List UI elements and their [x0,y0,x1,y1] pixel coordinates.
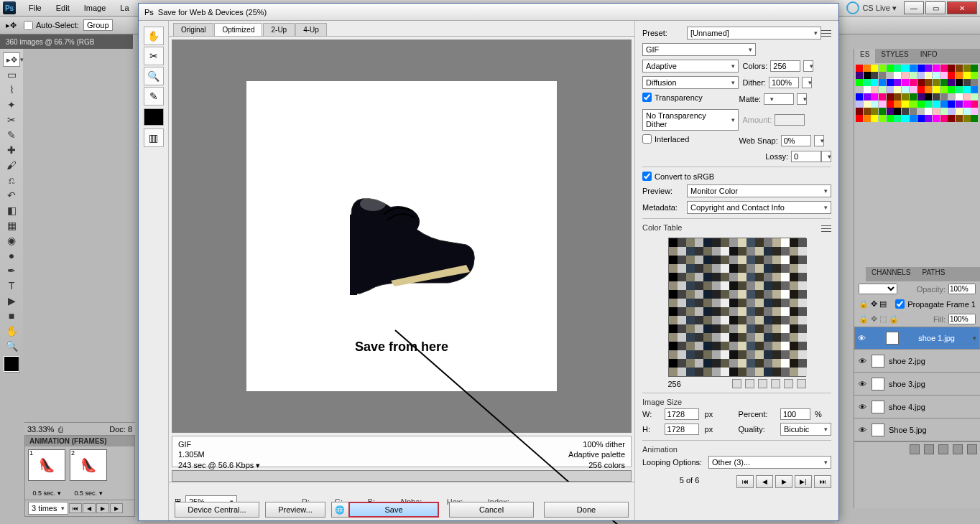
color-table[interactable] [668,238,806,377]
looping-dropdown[interactable]: Other (3)... [708,456,831,469]
slice-visibility-icon[interactable]: ▥ [144,128,164,147]
next-frame-button[interactable]: ▶| [795,475,812,488]
height-input[interactable] [665,424,699,435]
tab-2up[interactable]: 2-Up [263,23,295,36]
history-tool[interactable]: ↶ [3,188,20,202]
healing-tool[interactable]: ✚ [3,143,20,157]
new-layer-icon[interactable] [953,444,963,454]
animation-frame[interactable]: 👠 1 0.5 sec. ▾ [28,449,65,497]
mask-icon[interactable] [924,444,934,454]
dither-input[interactable] [769,77,799,88]
layer-item[interactable]: 👁shoe 2.jpg [854,350,980,373]
websnap-stepper[interactable] [814,135,824,146]
canvas-zoom[interactable]: 33.33% [27,425,54,434]
anim-prev[interactable]: ◀ [83,503,96,513]
first-frame-button[interactable]: ⏮ [736,475,754,488]
preview-dropdown[interactable]: Monitor Color [687,184,831,197]
gradient-tool[interactable]: ▦ [3,218,20,233]
matte-dropdown[interactable] [764,93,794,105]
menu-edit[interactable]: Edit [49,4,77,12]
ct-lock-icon[interactable] [771,379,780,388]
auto-select-checkbox[interactable] [24,21,33,30]
preset-flyout-icon[interactable] [821,29,831,37]
path-tool[interactable]: ▶ [3,294,20,308]
dither-stepper[interactable] [802,77,812,88]
eraser-tool[interactable]: ◧ [3,203,20,217]
brush-tool[interactable]: 🖌 [3,158,20,172]
colortable-flyout-icon[interactable] [821,225,831,233]
ct-icon[interactable] [758,379,767,388]
eyedropper-tool[interactable]: ✎ [3,128,20,142]
slice-tool-icon[interactable]: ✂ [144,47,164,65]
dialog-titlebar[interactable]: Ps Save for Web & Devices (25%) [139,4,838,21]
menu-layer[interactable]: La [113,4,136,12]
trans-dither-dropdown[interactable]: No Transparency Dither [642,109,739,131]
play-button[interactable]: ▶ [775,475,792,488]
close-button[interactable]: ✕ [947,1,977,14]
percent-input[interactable] [780,408,810,420]
lasso-tool[interactable]: ⌇ [3,83,20,97]
dither-method-dropdown[interactable]: Diffusion [642,76,739,89]
layers-tab[interactable] [854,267,866,281]
swatches-tab[interactable]: ES [854,49,875,63]
blur-tool[interactable]: ◉ [3,233,20,248]
styles-tab[interactable]: STYLES [875,49,914,63]
layer-item[interactable]: 👁Shoe 5.jpg [854,418,980,441]
interlaced-checkbox[interactable] [642,134,652,144]
folder-icon[interactable] [938,444,948,454]
srgb-checkbox[interactable] [642,172,652,181]
preview-button[interactable]: Preview... [265,502,325,518]
preset-dropdown[interactable]: [Unnamed] [687,27,821,39]
info-tab[interactable]: INFO [915,49,943,63]
fill-input[interactable] [948,314,976,324]
eyedropper-icon[interactable]: ✎ [144,87,164,106]
opacity-input[interactable] [948,284,976,294]
zoom-tool[interactable]: 🔍 [3,339,20,353]
zoom-tool-icon[interactable]: 🔍 [144,67,164,85]
type-tool[interactable]: T [3,279,20,293]
save-button[interactable]: Save [348,502,439,518]
trash-icon[interactable] [967,444,977,454]
matte-stepper[interactable] [797,93,807,105]
tab-original[interactable]: Original [173,23,213,36]
tab-4up[interactable]: 4-Up [295,23,327,36]
stamp-tool[interactable]: ⎌ [3,173,20,187]
prev-frame-button[interactable]: ◀ [756,475,773,488]
auto-select-dropdown[interactable]: Group [83,19,113,31]
layer-item[interactable]: 👁shoe 4.jpg [854,396,980,418]
swatches-grid[interactable] [854,63,980,123]
tab-optimized[interactable]: Optimized [214,23,262,36]
width-input[interactable] [665,408,699,420]
websnap-input[interactable] [781,135,811,146]
last-frame-button[interactable]: ⏭ [814,475,831,488]
document-tab[interactable]: 360 images @ 66.7% (RGB [0,34,133,49]
anim-first[interactable]: ⏮ [69,503,82,513]
ct-icon[interactable] [732,379,741,388]
lossy-input[interactable] [791,151,821,162]
menu-image[interactable]: Image [77,4,114,12]
loop-dropdown[interactable]: 3 times [28,502,68,515]
minimize-button[interactable]: — [904,1,924,14]
transparency-checkbox[interactable] [642,93,652,102]
paths-tab[interactable]: PATHS [916,267,951,281]
maximize-button[interactable]: ▭ [925,1,946,14]
ct-new-icon[interactable] [784,379,793,388]
horizontal-scrollbar[interactable] [172,470,632,482]
ct-trash-icon[interactable] [797,379,806,388]
eyedropper-color[interactable] [144,108,164,126]
color-reduction-dropdown[interactable]: Adaptive [642,60,739,72]
ct-icon[interactable] [745,379,754,388]
channels-tab[interactable]: CHANNELS [866,267,916,281]
quality-dropdown[interactable]: Bicubic [780,423,831,436]
cancel-button[interactable]: Cancel [449,502,534,518]
format-dropdown[interactable]: GIF [642,43,756,56]
lossy-stepper[interactable] [821,151,831,162]
move-tool[interactable]: ▸✥ [3,52,20,67]
blend-mode[interactable] [859,284,897,294]
colors-stepper[interactable] [803,60,813,72]
preview-canvas[interactable]: Save from here [172,39,632,433]
animation-frame[interactable]: 👠 2 0.5 sec. ▾ [70,449,107,497]
menu-file[interactable]: File [22,4,49,12]
dodge-tool[interactable]: ● [3,248,20,263]
wand-tool[interactable]: ✦ [3,98,20,112]
